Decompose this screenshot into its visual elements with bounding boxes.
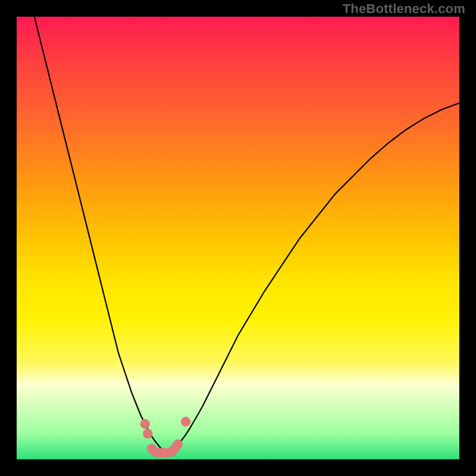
curve-left: [35, 17, 165, 452]
chart-root: TheBottleneck.com: [0, 0, 476, 476]
curve-right: [167, 103, 459, 453]
plot-area: [17, 17, 459, 459]
curves-layer: [17, 17, 459, 459]
data-marker: [181, 417, 190, 427]
data-marker: [143, 429, 152, 439]
data-marker: [140, 419, 150, 428]
watermark-text: TheBottleneck.com: [343, 1, 465, 17]
data-marker: [173, 440, 183, 449]
